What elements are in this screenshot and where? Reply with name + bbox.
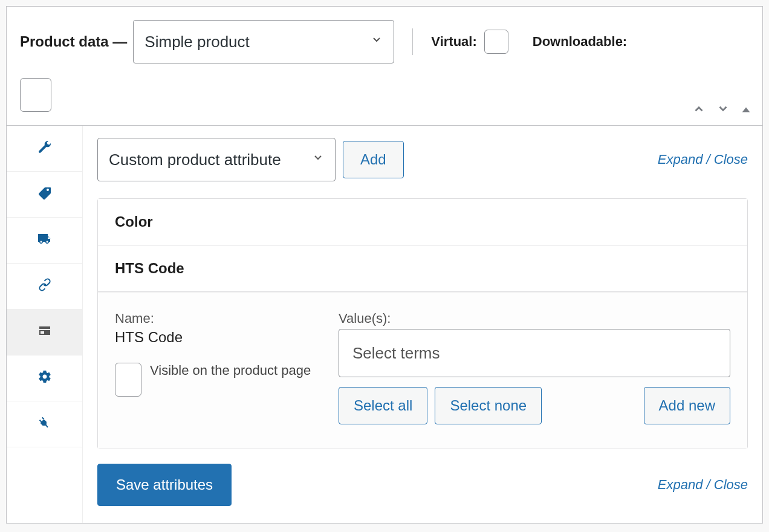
values-placeholder: Select terms [352, 344, 440, 363]
save-attributes-button[interactable]: Save attributes [97, 464, 232, 506]
metabox-handles [692, 102, 751, 119]
chevron-down-icon [312, 152, 324, 167]
product-type-select[interactable]: Simple product [133, 20, 394, 63]
visible-label: Visible on the product page [150, 363, 311, 378]
values-label: Value(s): [339, 311, 730, 326]
expand-close-top: Expand / Close [658, 152, 748, 167]
add-new-button[interactable]: Add new [644, 387, 730, 424]
virtual-label: Virtual: [431, 34, 476, 50]
tag-icon [37, 186, 52, 204]
product-data-tabs [7, 126, 83, 523]
expand-close-bottom: Expand / Close [658, 477, 748, 493]
select-none-button[interactable]: Select none [435, 387, 542, 424]
product-data-title: Product data — [20, 33, 127, 50]
metabox-header: Product data — Simple product Virtual: D… [7, 7, 762, 126]
attribute-type-select[interactable]: Custom product attribute [97, 138, 336, 181]
tab-shipping[interactable] [7, 218, 82, 264]
expand-link[interactable]: Expand [658, 152, 703, 167]
name-value: HTS Code [115, 329, 314, 346]
tab-inventory[interactable] [7, 172, 82, 218]
move-down-button[interactable] [716, 102, 730, 119]
truck-icon [37, 232, 52, 250]
virtual-checkbox[interactable] [484, 30, 508, 54]
attribute-type-value: Custom product attribute [109, 151, 281, 169]
name-label: Name: [115, 311, 314, 326]
close-link[interactable]: Close [714, 152, 748, 167]
wrench-icon [37, 140, 52, 158]
header-separator [412, 28, 413, 55]
expand-link-bottom[interactable]: Expand [658, 477, 703, 492]
collapse-button[interactable] [741, 102, 751, 119]
attributes-panel: Custom product attribute Add Expand / Cl… [83, 126, 762, 523]
add-attribute-button[interactable]: Add [343, 141, 404, 178]
product-type-value: Simple product [144, 33, 249, 51]
close-link-bottom[interactable]: Close [714, 477, 748, 492]
chevron-down-icon [371, 34, 383, 50]
product-data-metabox: Product data — Simple product Virtual: D… [6, 6, 763, 524]
tab-attributes[interactable] [7, 310, 82, 355]
attributes-list: Color HTS Code Name: HTS Code Visible on… [97, 198, 748, 449]
attribute-row-color[interactable]: Color [98, 199, 747, 245]
tab-extra[interactable] [7, 401, 82, 447]
tab-general[interactable] [7, 126, 82, 172]
values-select[interactable]: Select terms [339, 329, 730, 377]
visible-checkbox[interactable] [115, 363, 141, 397]
gear-icon [37, 369, 52, 388]
tab-linked[interactable] [7, 264, 82, 310]
move-up-button[interactable] [692, 102, 706, 119]
attribute-row-hts[interactable]: HTS Code [98, 245, 747, 292]
attribute-body-hts: Name: HTS Code Visible on the product pa… [98, 292, 747, 449]
link-icon [37, 277, 52, 296]
select-all-button[interactable]: Select all [339, 387, 427, 424]
list-card-icon [37, 323, 52, 342]
plug-icon [37, 415, 52, 433]
downloadable-checkbox[interactable] [20, 78, 51, 112]
tab-advanced[interactable] [7, 355, 82, 401]
downloadable-label: Downloadable: [533, 34, 627, 50]
